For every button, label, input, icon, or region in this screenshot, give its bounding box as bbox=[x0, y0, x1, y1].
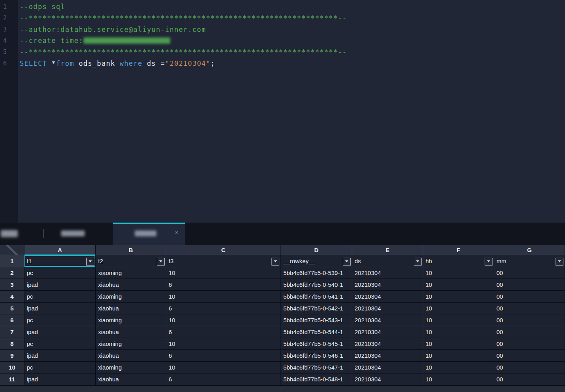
column-header-D[interactable]: D bbox=[281, 245, 352, 255]
row-number[interactable]: 2 bbox=[0, 267, 24, 279]
data-cell[interactable]: pc bbox=[24, 267, 96, 279]
column-header-C[interactable]: C bbox=[166, 245, 281, 255]
data-cell[interactable]: ipad bbox=[24, 303, 96, 314]
data-cell[interactable]: 5bb4c6fd77b5-0-543-1 bbox=[281, 314, 352, 326]
column-header-E[interactable]: E bbox=[352, 245, 423, 255]
row-number[interactable]: 3 bbox=[0, 279, 24, 291]
column-header-G[interactable]: G bbox=[494, 245, 565, 255]
data-cell[interactable]: 6 bbox=[166, 326, 281, 338]
data-cell[interactable]: xiaohua bbox=[96, 350, 166, 362]
filter-dropdown-button[interactable] bbox=[414, 258, 422, 266]
data-cell[interactable]: 5bb4c6fd77b5-0-547-1 bbox=[281, 362, 352, 373]
data-cell[interactable]: 00 bbox=[494, 279, 565, 291]
data-cell[interactable]: 10 bbox=[166, 267, 281, 279]
data-cell[interactable]: 20210304 bbox=[352, 314, 423, 326]
horizontal-scrollbar[interactable] bbox=[0, 385, 565, 392]
data-cell[interactable]: 6 bbox=[166, 303, 281, 314]
data-cell[interactable]: 10 bbox=[423, 373, 494, 385]
data-cell[interactable]: 5bb4c6fd77b5-0-539-1 bbox=[281, 267, 352, 279]
data-cell[interactable]: 5bb4c6fd77b5-0-545-1 bbox=[281, 338, 352, 350]
data-cell[interactable]: 5bb4c6fd77b5-0-542-1 bbox=[281, 303, 352, 314]
data-cell[interactable]: pc bbox=[24, 314, 96, 326]
data-cell[interactable]: xiaoming bbox=[96, 362, 166, 373]
filter-cell-f2[interactable]: f2 bbox=[96, 255, 166, 267]
data-cell[interactable]: ipad bbox=[24, 350, 96, 362]
data-cell[interactable]: ipad bbox=[24, 279, 96, 291]
data-cell[interactable]: 20210304 bbox=[352, 373, 423, 385]
data-cell[interactable]: 6 bbox=[166, 350, 281, 362]
data-cell[interactable]: 10 bbox=[166, 338, 281, 350]
data-cell[interactable]: 20210304 bbox=[352, 362, 423, 373]
data-cell[interactable]: 10 bbox=[166, 291, 281, 303]
redacted-left-label[interactable] bbox=[1, 230, 18, 237]
data-cell[interactable]: 6 bbox=[166, 279, 281, 291]
data-cell[interactable]: 5bb4c6fd77b5-0-541-1 bbox=[281, 291, 352, 303]
column-header-A[interactable]: A bbox=[24, 245, 96, 255]
data-cell[interactable]: 10 bbox=[423, 314, 494, 326]
data-cell[interactable]: 10 bbox=[423, 303, 494, 314]
data-cell[interactable]: 10 bbox=[423, 362, 494, 373]
data-cell[interactable]: xiaohua bbox=[96, 279, 166, 291]
data-cell[interactable]: 5bb4c6fd77b5-0-546-1 bbox=[281, 350, 352, 362]
data-cell[interactable]: 00 bbox=[494, 303, 565, 314]
row-number[interactable]: 11 bbox=[0, 373, 24, 385]
column-header-F[interactable]: F bbox=[423, 245, 494, 255]
select-all-corner[interactable] bbox=[0, 245, 24, 255]
data-cell[interactable]: 5bb4c6fd77b5-0-540-1 bbox=[281, 279, 352, 291]
data-cell[interactable]: 10 bbox=[423, 326, 494, 338]
data-cell[interactable]: pc bbox=[24, 362, 96, 373]
data-cell[interactable]: pc bbox=[24, 291, 96, 303]
data-cell[interactable]: 20210304 bbox=[352, 338, 423, 350]
data-cell[interactable]: 5bb4c6fd77b5-0-548-1 bbox=[281, 373, 352, 385]
data-cell[interactable]: 6 bbox=[166, 373, 281, 385]
data-cell[interactable]: 20210304 bbox=[352, 303, 423, 314]
data-cell[interactable]: 5bb4c6fd77b5-0-544-1 bbox=[281, 326, 352, 338]
data-cell[interactable]: xiaoming bbox=[96, 314, 166, 326]
row-number[interactable]: 7 bbox=[0, 326, 24, 338]
row-number[interactable]: 10 bbox=[0, 362, 24, 373]
data-cell[interactable]: 00 bbox=[494, 291, 565, 303]
filter-cell-mm[interactable]: mm bbox=[494, 255, 565, 267]
data-cell[interactable]: xiaohua bbox=[96, 326, 166, 338]
data-cell[interactable]: 20210304 bbox=[352, 350, 423, 362]
data-cell[interactable]: pc bbox=[24, 338, 96, 350]
active-results-tab[interactable]: × bbox=[113, 223, 185, 245]
filter-cell-f1[interactable]: f1 bbox=[24, 255, 96, 267]
filter-dropdown-button[interactable] bbox=[343, 258, 351, 266]
filter-cell-__rowkey__[interactable]: __rowkey__ bbox=[281, 255, 352, 267]
data-cell[interactable]: 00 bbox=[494, 314, 565, 326]
filter-dropdown-button[interactable] bbox=[485, 258, 493, 266]
redacted-tab[interactable] bbox=[61, 230, 85, 236]
filter-dropdown-button[interactable] bbox=[86, 258, 94, 266]
data-cell[interactable]: ipad bbox=[24, 326, 96, 338]
data-cell[interactable]: 00 bbox=[494, 373, 565, 385]
data-cell[interactable]: 00 bbox=[494, 326, 565, 338]
data-cell[interactable]: xiaoming bbox=[96, 267, 166, 279]
filter-cell-hh[interactable]: hh bbox=[423, 255, 494, 267]
data-cell[interactable]: xiaoming bbox=[96, 291, 166, 303]
data-cell[interactable]: 20210304 bbox=[352, 326, 423, 338]
row-number[interactable]: 8 bbox=[0, 338, 24, 350]
data-cell[interactable]: 00 bbox=[494, 338, 565, 350]
data-cell[interactable]: 20210304 bbox=[352, 291, 423, 303]
data-cell[interactable]: xiaohua bbox=[96, 373, 166, 385]
data-cell[interactable]: 10 bbox=[423, 267, 494, 279]
filter-cell-ds[interactable]: ds bbox=[352, 255, 423, 267]
data-cell[interactable]: 10 bbox=[423, 279, 494, 291]
data-cell[interactable]: 10 bbox=[423, 350, 494, 362]
data-cell[interactable]: xiaoming bbox=[96, 338, 166, 350]
column-header-B[interactable]: B bbox=[96, 245, 166, 255]
row-number[interactable]: 5 bbox=[0, 303, 24, 314]
filter-dropdown-button[interactable] bbox=[556, 258, 563, 266]
data-cell[interactable]: 20210304 bbox=[352, 267, 423, 279]
close-icon[interactable]: × bbox=[175, 229, 178, 236]
sql-editor[interactable]: 1--odps sql2--**************************… bbox=[0, 0, 565, 223]
data-cell[interactable]: 00 bbox=[494, 267, 565, 279]
row-number[interactable]: 9 bbox=[0, 350, 24, 362]
data-cell[interactable]: xiaohua bbox=[96, 303, 166, 314]
filter-cell-f3[interactable]: f3 bbox=[166, 255, 281, 267]
data-cell[interactable]: 10 bbox=[166, 314, 281, 326]
row-number[interactable]: 4 bbox=[0, 291, 24, 303]
filter-dropdown-button[interactable] bbox=[271, 258, 279, 266]
row-number[interactable]: 1 bbox=[0, 255, 24, 267]
